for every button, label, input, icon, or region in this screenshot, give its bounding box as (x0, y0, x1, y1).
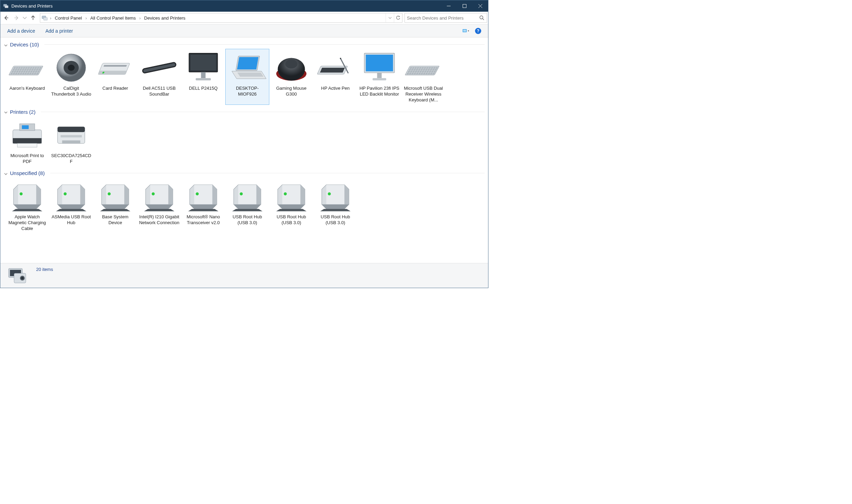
svg-rect-150 (62, 140, 80, 143)
search-box[interactable] (405, 13, 487, 23)
svg-marker-196 (322, 205, 349, 209)
status-text: 20 items (36, 265, 53, 272)
recent-dropdown[interactable] (22, 13, 28, 23)
soundbar-icon (140, 51, 178, 85)
search-input[interactable] (407, 15, 479, 21)
device-label: Intel(R) I210 Gigabit Network Connection (139, 214, 180, 226)
maximize-button[interactable] (456, 0, 472, 12)
device-item[interactable]: USB Root Hub (USB 3.0) (269, 177, 313, 233)
svg-marker-191 (276, 209, 306, 211)
keyboard-icon (405, 51, 442, 85)
chevron-down-icon (4, 171, 8, 175)
search-icon[interactable] (479, 15, 485, 21)
speaker-icon (52, 51, 90, 85)
device-item[interactable]: Microsoft Print to PDF (5, 116, 49, 166)
view-options[interactable]: ▾ (463, 28, 470, 34)
mouse-icon (272, 51, 310, 85)
device-label: Microsoft® Nano Transceiver v2.0 (183, 214, 224, 226)
breadcrumb-item[interactable]: Devices and Printers (143, 13, 187, 22)
svg-rect-76 (201, 72, 205, 78)
back-button[interactable] (1, 13, 11, 23)
device-item[interactable]: Intel(R) I210 Gigabit Network Connection (137, 177, 181, 233)
breadcrumb-item[interactable]: All Control Panel Items (89, 13, 137, 22)
device-label: SEC30CDA7254CDF (51, 153, 92, 165)
location-icon (42, 15, 48, 21)
device-item[interactable]: Dell AC511 USB SoundBar (137, 49, 181, 105)
device-label: Card Reader (103, 86, 128, 91)
generic-device-icon (52, 179, 90, 213)
device-item[interactable]: Base System Device (93, 177, 137, 233)
device-item[interactable]: Microsoft® Nano Transceiver v2.0 (181, 177, 225, 233)
device-item[interactable]: Card Reader (93, 49, 137, 105)
close-button[interactable] (472, 0, 488, 12)
laptop-icon (228, 51, 266, 85)
svg-marker-165 (124, 185, 129, 204)
chevron-right-icon[interactable]: › (139, 15, 141, 21)
address-bar[interactable]: › Control Panel › All Control Panel Item… (40, 13, 402, 23)
svg-marker-155 (12, 209, 42, 211)
svg-marker-154 (13, 205, 41, 209)
generic-device-icon (316, 179, 354, 213)
group-header[interactable]: Unspecified (8) (4, 170, 485, 176)
svg-point-174 (152, 192, 155, 195)
device-item[interactable]: Gaming Mouse G300 (269, 49, 313, 105)
device-item[interactable]: ASMedia USB Root Hub (49, 177, 93, 233)
device-label: Gaming Mouse G300 (271, 86, 312, 97)
device-item[interactable]: Apple Watch Magnetic Charging Cable (5, 177, 49, 233)
help-button[interactable]: ? (475, 28, 481, 34)
device-label: CalDigit Thunderbolt 3 Audio (51, 86, 91, 97)
status-icon (7, 266, 28, 285)
chevron-right-icon[interactable]: › (49, 15, 52, 21)
device-item[interactable]: HP Active Pen (313, 49, 357, 105)
device-item[interactable]: HP Pavilion 23fi IPS LED Backlit Monitor (357, 49, 401, 105)
device-item[interactable]: CalDigit Thunderbolt 3 Audio (49, 49, 93, 105)
generic-device-icon (140, 179, 178, 213)
svg-rect-148 (57, 127, 85, 132)
device-label: USB Root Hub (USB 3.0) (271, 214, 312, 226)
group-title: Devices (10) (10, 42, 39, 47)
svg-marker-167 (100, 209, 130, 211)
monitor-blue-icon (360, 51, 398, 85)
device-item[interactable]: Microsoft USB Dual Receiver Wireless Key… (401, 49, 445, 105)
forward-button[interactable] (12, 13, 21, 23)
group-header[interactable]: Printers (2) (4, 109, 485, 115)
group-title: Unspecified (8) (10, 170, 45, 176)
generic-device-icon (96, 179, 134, 213)
address-dropdown[interactable] (386, 13, 394, 22)
device-item[interactable]: DELL P2415Q (181, 49, 225, 105)
breadcrumb-item[interactable]: Control Panel (53, 13, 83, 22)
device-item[interactable]: Aaron's Keyboard (5, 49, 49, 105)
add-printer-link[interactable]: Add a printer (45, 28, 73, 34)
refresh-button[interactable] (394, 13, 402, 22)
add-device-link[interactable]: Add a device (7, 28, 35, 34)
svg-rect-14 (463, 30, 466, 32)
devices-printers-icon (3, 3, 9, 9)
chevron-right-icon[interactable]: › (85, 15, 87, 21)
device-item[interactable]: SEC30CDA7254CDF (49, 116, 93, 166)
printer-inkjet-icon (8, 118, 46, 152)
svg-rect-92 (373, 78, 386, 80)
up-button[interactable] (28, 13, 38, 23)
device-item[interactable]: USB Root Hub (USB 3.0) (313, 177, 357, 233)
svg-point-180 (196, 192, 199, 195)
svg-rect-79 (237, 57, 258, 69)
svg-marker-190 (278, 205, 305, 209)
group-title: Printers (2) (10, 109, 35, 115)
svg-point-168 (108, 192, 111, 195)
device-item[interactable]: DESKTOP-MIOF926 (225, 49, 269, 105)
svg-line-12 (483, 19, 484, 20)
minimize-button[interactable] (441, 0, 456, 12)
svg-text:▾: ▾ (468, 29, 469, 32)
group-header[interactable]: Devices (10) (4, 42, 485, 47)
svg-point-192 (284, 192, 287, 195)
window-title: Devices and Printers (11, 3, 53, 9)
device-label: DESKTOP-MIOF926 (227, 86, 268, 97)
titlebar: Devices and Printers (0, 0, 488, 12)
svg-marker-177 (212, 185, 217, 204)
device-item[interactable]: USB Root Hub (USB 3.0) (225, 177, 269, 233)
device-label: HP Pavilion 23fi IPS LED Backlit Monitor (359, 86, 400, 97)
svg-point-198 (328, 192, 331, 195)
svg-rect-86 (320, 68, 345, 73)
chevron-down-icon (4, 43, 8, 47)
device-label: Microsoft USB Dual Receiver Wireless Key… (403, 86, 444, 103)
